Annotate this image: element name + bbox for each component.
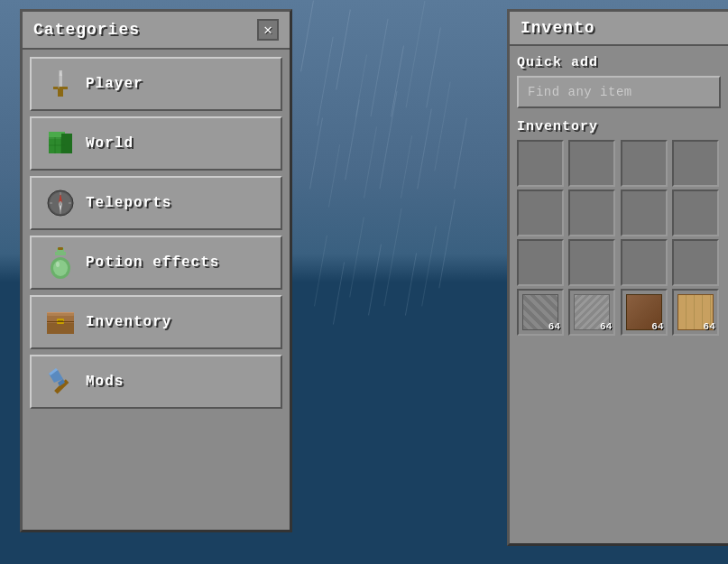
inv-cell-r3c2[interactable] xyxy=(568,239,615,286)
compass-icon xyxy=(44,187,77,219)
inventory-bottom-row: 64 64 64 64 xyxy=(517,289,721,336)
inv-item-dirt[interactable]: 64 xyxy=(621,289,668,336)
svg-rect-22 xyxy=(55,252,66,255)
pickaxe-icon xyxy=(44,365,77,398)
inv-cell-r2c3[interactable] xyxy=(621,190,668,236)
category-item-player[interactable]: Player xyxy=(30,57,282,111)
potion-icon xyxy=(44,246,77,279)
inventory-grid-row2 xyxy=(517,190,721,236)
inv-cell-r3c4[interactable] xyxy=(672,239,719,286)
category-label-potion-effects: Potion effects xyxy=(86,254,219,271)
find-item-input[interactable] xyxy=(517,76,721,108)
inv-cell-r1c4[interactable] xyxy=(672,140,719,187)
inv-cell-r3c3[interactable] xyxy=(621,239,668,286)
categories-list: Player World xyxy=(23,50,290,416)
inv-cell-r1c3[interactable] xyxy=(621,140,668,187)
svg-rect-32 xyxy=(47,312,74,313)
category-label-inventory: Inventory xyxy=(86,314,171,330)
categories-panel: Categories ✕ Player xyxy=(20,9,292,532)
cobblestone-count: 64 xyxy=(548,321,560,332)
quick-add-section: Quick add xyxy=(517,55,721,119)
inv-cell-r2c2[interactable] xyxy=(568,190,615,236)
category-item-potion-effects[interactable]: Potion effects xyxy=(30,236,282,290)
categories-title: Categories xyxy=(33,21,140,39)
inv-item-wood-planks[interactable]: 64 xyxy=(672,289,719,336)
inventory-grid-row3 xyxy=(517,239,721,286)
category-item-mods[interactable]: Mods xyxy=(30,355,282,409)
category-item-teleports[interactable]: Teleports xyxy=(30,176,282,230)
inv-cell-r1c1[interactable] xyxy=(517,140,564,187)
inventory-title: Invento xyxy=(521,19,595,37)
inv-item-cobblestone[interactable]: 64 xyxy=(517,289,564,336)
dirt-count: 64 xyxy=(651,321,663,332)
sword-icon xyxy=(44,68,77,100)
inventory-section: Inventory xyxy=(517,119,721,336)
inv-cell-r3c1[interactable] xyxy=(517,239,564,286)
svg-rect-33 xyxy=(47,321,74,322)
svg-rect-8 xyxy=(49,137,65,139)
gravel-count: 64 xyxy=(600,321,612,332)
category-label-world: World xyxy=(86,135,134,152)
category-item-world[interactable]: World xyxy=(30,116,282,171)
chest-icon xyxy=(44,306,77,338)
inv-cell-r2c1[interactable] xyxy=(517,190,564,236)
inventory-section-label: Inventory xyxy=(517,119,721,134)
category-item-inventory[interactable]: Inventory xyxy=(30,295,282,349)
svg-rect-7 xyxy=(61,134,72,153)
inventory-panel: Invento Quick add Inventory xyxy=(507,9,728,546)
svg-point-24 xyxy=(53,260,68,276)
category-label-teleports: Teleports xyxy=(86,195,171,211)
inv-cell-r2c4[interactable] xyxy=(672,190,719,236)
svg-point-25 xyxy=(56,262,60,267)
svg-rect-2 xyxy=(53,87,68,89)
inv-item-gravel[interactable]: 64 xyxy=(568,289,615,336)
svg-rect-26 xyxy=(58,247,63,250)
wood-count: 64 xyxy=(704,321,715,332)
quick-add-label: Quick add xyxy=(517,55,721,70)
categories-titlebar: Categories ✕ xyxy=(23,12,290,50)
inventory-content: Quick add Inventory xyxy=(510,46,728,345)
cube-icon xyxy=(44,127,77,160)
svg-rect-3 xyxy=(58,89,63,97)
inventory-grid-row1 xyxy=(517,140,721,187)
inv-cell-r1c2[interactable] xyxy=(568,140,615,187)
category-label-player: Player xyxy=(86,76,143,92)
inventory-titlebar: Invento xyxy=(510,12,728,46)
close-button[interactable]: ✕ xyxy=(257,19,279,41)
category-label-mods: Mods xyxy=(86,374,124,390)
